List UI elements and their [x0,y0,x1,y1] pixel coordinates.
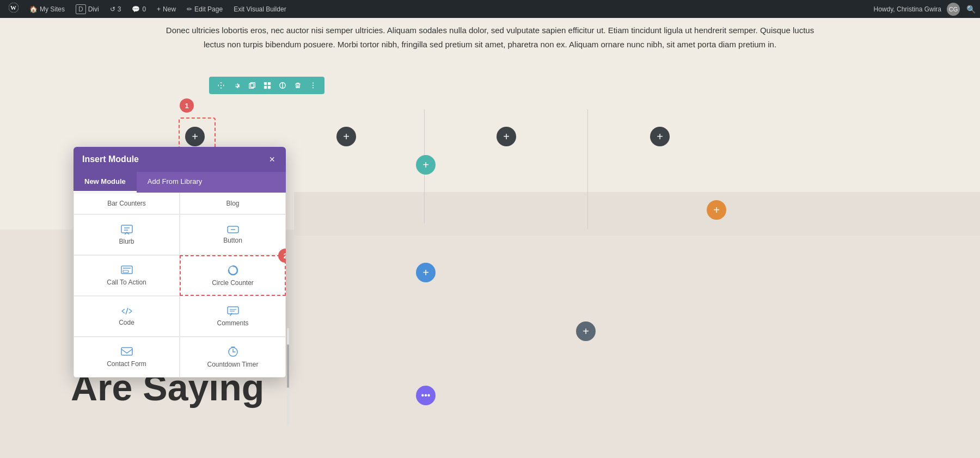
updates-count: 3 [118,5,121,13]
comments-menu[interactable]: 💬 0 [127,0,150,18]
wordpress-logo[interactable]: W [4,0,23,18]
scrollbar-thumb [287,344,289,388]
insert-module-title: Insert Module [82,154,139,164]
bar-counters-label: Bar Counters [107,200,146,207]
module-item-blog[interactable]: Blog [180,193,286,214]
countdown-timer-label: Countdown Timer [207,361,258,368]
countdown-timer-icon [228,346,238,357]
svg-point-11 [313,85,314,86]
disable-btn[interactable] [275,79,290,91]
code-icon [121,307,133,315]
circle-counter-icon [228,265,238,276]
duplicate-btn[interactable] [245,79,259,91]
article-text: Donec ultricies lobortis eros, nec aucto… [0,18,980,57]
article-body: Donec ultricies lobortis eros, nec aucto… [166,26,814,49]
svg-point-12 [313,87,314,88]
module-item-circle-counter[interactable]: Circle Counter 2 [180,255,286,296]
my-sites-menu[interactable]: 🏠 My Sites [25,0,69,18]
svg-line-22 [126,308,128,314]
comments-icon: 💬 [132,5,140,13]
add-module-btn-2[interactable]: + [336,127,356,146]
svg-rect-26 [121,348,132,355]
tab-add-from-library[interactable]: Add From Library [137,172,213,193]
howdy-label: Howdy, Christina Gwira [874,5,941,13]
new-label: New [163,5,176,13]
module-item-code[interactable]: Code [74,296,180,337]
module-grid-contact-countdown: Contact Form Countdown Timer [74,337,286,377]
code-label: Code [119,319,134,326]
add-module-btn-7[interactable]: + [576,321,596,341]
edit-page-label: Edit Page [194,5,223,13]
home-icon: 🏠 [29,5,38,13]
insert-module-body: Bar Counters Blog Blurb [74,193,286,377]
contact-form-label: Contact Form [107,360,146,368]
add-module-btn-5[interactable]: + [416,155,436,175]
more-btn[interactable] [306,79,320,91]
svg-rect-5 [268,82,271,85]
divi-icon: D [76,4,86,14]
step2-badge: 2 [278,249,286,263]
exit-builder-btn[interactable]: Exit Visual Builder [229,0,291,18]
svg-rect-13 [121,225,132,233]
blurb-icon [121,225,133,234]
module-item-countdown-timer[interactable]: Countdown Timer [180,337,286,377]
insert-module-tabs: New Module Add From Library [74,172,286,193]
svg-rect-23 [228,307,238,314]
comments-count: 0 [142,5,146,13]
call-to-action-icon [121,265,133,275]
comments-module-label: Comments [217,319,248,327]
delete-btn[interactable] [291,79,305,91]
search-icon[interactable]: 🔍 [966,5,976,14]
svg-rect-4 [264,82,267,85]
updates-icon: ↺ [110,5,115,13]
avatar: CG [947,3,960,16]
admin-bar-right: Howdy, Christina Gwira CG 🔍 [874,3,976,16]
add-module-btn-8[interactable]: + [707,200,726,220]
button-label: Button [223,237,242,244]
module-item-call-to-action[interactable]: Call To Action [74,255,180,296]
module-item-bar-counters[interactable]: Bar Counters [74,193,180,214]
grid-btn[interactable] [260,79,274,91]
new-menu[interactable]: + New [152,0,180,18]
svg-rect-19 [123,270,128,273]
module-item-button[interactable]: Button [180,214,286,255]
module-grid-code-comments: Code Comments [74,296,286,337]
svg-text:W: W [10,4,16,11]
button-icon [227,226,239,233]
divi-menu[interactable]: D Divi [71,0,103,18]
page-content: Donec ultricies lobortis eros, nec aucto… [0,18,980,458]
my-sites-label: My Sites [40,5,65,13]
add-module-btn-4[interactable]: + [650,127,670,146]
insert-module-header: Insert Module × [74,147,286,172]
svg-rect-6 [264,86,267,89]
comments-module-icon [227,306,239,316]
step1-badge: 1 [180,98,194,113]
module-grid-cta-circle: Call To Action Circle Counter 2 [74,255,286,296]
exit-builder-label: Exit Visual Builder [234,5,286,13]
updates-menu[interactable]: ↺ 3 [106,0,126,18]
module-item-blurb[interactable]: Blurb [74,214,180,255]
svg-point-10 [313,83,314,84]
move-btn[interactable] [213,79,229,92]
divi-label: Divi [88,5,99,13]
blurb-label: Blurb [119,238,134,245]
add-module-btn-9[interactable]: ••• [416,386,436,405]
module-toolbar [209,77,324,94]
admin-bar: W 🏠 My Sites D Divi ↺ 3 💬 0 + New ✏ Edit… [0,0,980,18]
module-grid-top: Bar Counters Blog [74,193,286,214]
svg-rect-7 [268,86,271,89]
light-gray-section [294,192,980,236]
tab-new-module[interactable]: New Module [74,172,137,193]
close-dialog-btn[interactable]: × [267,153,277,165]
module-item-contact-form[interactable]: Contact Form [74,337,180,377]
edit-page-btn[interactable]: ✏ Edit Page [182,0,227,18]
scrollbar-track[interactable] [287,328,289,426]
circle-counter-label: Circle Counter [212,279,254,287]
module-item-comments[interactable]: Comments [180,296,286,337]
settings-btn[interactable] [230,79,244,91]
module-grid-blurb-btn: Blurb Button [74,214,286,255]
add-module-btn-6[interactable]: + [416,263,436,282]
contact-form-icon [121,347,133,357]
plus-icon: + [157,5,161,13]
add-module-btn-3[interactable]: + [497,127,516,146]
